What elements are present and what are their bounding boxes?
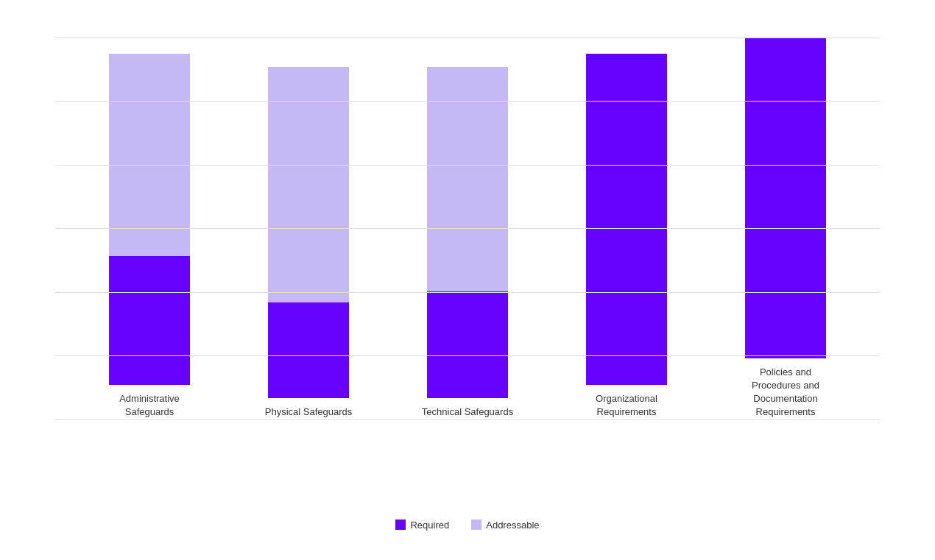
legend-label-required: Required [410, 520, 449, 531]
bar-required-physical-safeguards [268, 302, 349, 398]
chart-legend: Required Addressable [26, 520, 909, 531]
bar-group-technical-safeguards: Technical Safeguards [416, 67, 519, 419]
bar-required-organizational-requirements [586, 54, 667, 385]
bar-group-administrative-safeguards: Administrative Safeguards [98, 54, 201, 419]
bar-addressable-administrative-safeguards [109, 54, 190, 256]
legend-item-required: Required [395, 520, 449, 531]
grid-line [55, 165, 880, 166]
chart-area: Administrative SafeguardsPhysical Safegu… [55, 38, 880, 420]
grid-line [55, 355, 880, 356]
grid-line [55, 101, 880, 102]
grid-line [55, 292, 880, 293]
grid-line [55, 419, 880, 420]
stacked-bar-policies-procedures [745, 38, 826, 358]
bar-label-organizational-requirements: Organizational Requirements [575, 392, 678, 419]
chart-container: Administrative SafeguardsPhysical Safegu… [26, 23, 909, 538]
legend-color-required [395, 520, 406, 530]
legend-color-addressable [471, 520, 481, 530]
legend-label-addressable: Addressable [486, 520, 539, 531]
grid-line [55, 228, 880, 229]
legend-item-addressable: Addressable [471, 520, 539, 531]
bar-label-administrative-safeguards: Administrative Safeguards [98, 392, 201, 419]
bar-required-technical-safeguards [427, 291, 508, 398]
bar-required-administrative-safeguards [109, 256, 190, 385]
bar-group-organizational-requirements: Organizational Requirements [575, 54, 678, 419]
grid-line [55, 38, 880, 38]
bar-addressable-physical-safeguards [268, 67, 349, 302]
stacked-bar-organizational-requirements [586, 54, 667, 385]
bar-label-physical-safeguards: Physical Safeguards [265, 405, 353, 419]
bar-required-policies-procedures [745, 38, 826, 358]
bar-group-physical-safeguards: Physical Safeguards [257, 67, 360, 419]
bar-label-technical-safeguards: Technical Safeguards [422, 405, 513, 419]
stacked-bar-technical-safeguards [427, 67, 508, 398]
stacked-bar-administrative-safeguards [109, 54, 190, 385]
bar-label-policies-procedures: Policies and Procedures and Documentatio… [734, 366, 837, 419]
stacked-bar-physical-safeguards [268, 67, 349, 398]
